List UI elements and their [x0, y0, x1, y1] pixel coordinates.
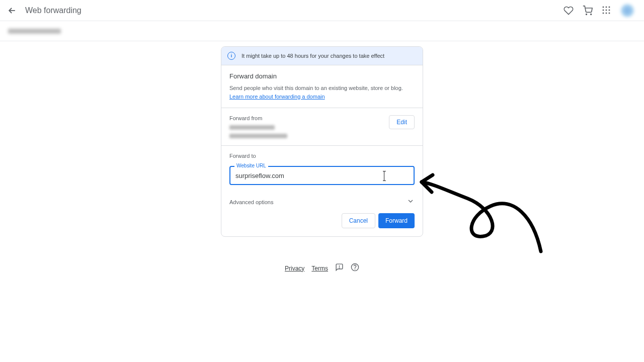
svg-point-9 — [606, 12, 607, 14]
sub-bar — [0, 21, 644, 41]
svg-point-12 — [339, 268, 340, 268]
edit-button[interactable]: Edit — [389, 115, 415, 129]
advanced-options-toggle[interactable]: Advanced options — [221, 192, 423, 210]
back-arrow-icon[interactable] — [6, 5, 18, 17]
learn-more-link[interactable]: Learn more about forwarding a domain — [229, 94, 325, 100]
heart-icon[interactable] — [564, 6, 574, 16]
forward-from-domain-redacted — [229, 125, 275, 130]
website-url-input[interactable] — [230, 172, 414, 179]
chevron-down-icon — [407, 197, 415, 207]
svg-point-2 — [603, 6, 604, 8]
text-cursor-icon — [384, 171, 384, 180]
svg-point-10 — [609, 12, 610, 14]
svg-point-5 — [603, 9, 604, 11]
top-bar: Web forwarding — [0, 0, 644, 21]
svg-point-6 — [606, 9, 607, 11]
forward-domain-title: Forward domain — [229, 72, 415, 80]
cart-icon[interactable] — [583, 6, 593, 16]
domain-name-redacted — [8, 29, 61, 34]
forward-from-domains — [229, 125, 287, 138]
privacy-link[interactable]: Privacy — [285, 265, 304, 272]
forward-domain-description: Send people who visit this domain to an … — [229, 84, 415, 101]
info-icon: i — [227, 52, 235, 60]
cancel-button[interactable]: Cancel — [342, 213, 375, 228]
website-url-field[interactable]: Website URL — [229, 166, 415, 185]
svg-point-14 — [355, 269, 355, 269]
feedback-icon[interactable] — [335, 263, 344, 274]
apps-grid-icon[interactable] — [602, 6, 612, 16]
website-url-floating-label: Website URL — [234, 163, 268, 168]
forward-from-domain-redacted — [229, 134, 287, 138]
terms-link[interactable]: Terms — [311, 265, 328, 272]
forward-button[interactable]: Forward — [378, 213, 415, 228]
forward-from-label: Forward from — [229, 115, 287, 121]
svg-point-4 — [609, 6, 610, 8]
info-banner: i It might take up to 48 hours for your … — [221, 47, 423, 65]
svg-point-3 — [606, 6, 607, 8]
svg-point-7 — [609, 9, 610, 11]
info-text: It might take up to 48 hours for your ch… — [242, 53, 384, 59]
forward-to-label: Forward to — [229, 153, 415, 159]
page-title: Web forwarding — [25, 6, 82, 15]
svg-point-8 — [603, 12, 604, 14]
footer: Privacy Terms — [0, 263, 644, 274]
svg-point-0 — [586, 14, 587, 15]
forward-domain-desc-text: Send people who visit this domain to an … — [229, 85, 403, 91]
svg-point-1 — [591, 14, 592, 15]
advanced-options-label: Advanced options — [229, 199, 273, 205]
help-icon[interactable] — [351, 263, 359, 274]
avatar[interactable] — [621, 4, 634, 17]
forward-card: i It might take up to 48 hours for your … — [221, 46, 423, 237]
